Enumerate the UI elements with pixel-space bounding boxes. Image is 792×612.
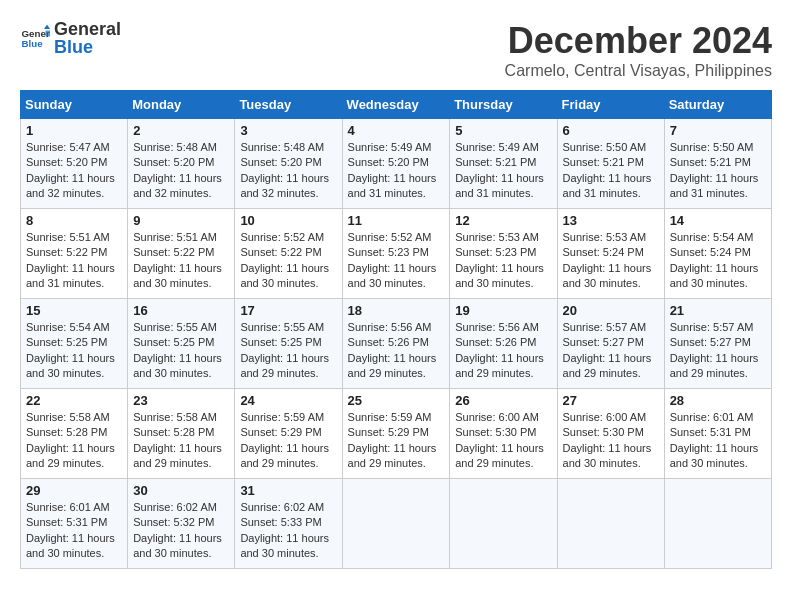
- day-cell: 8Sunrise: 5:51 AMSunset: 5:22 PMDaylight…: [21, 209, 128, 299]
- day-number: 7: [670, 123, 766, 138]
- day-info: Sunrise: 5:49 AMSunset: 5:20 PMDaylight:…: [348, 140, 445, 202]
- day-cell: 6Sunrise: 5:50 AMSunset: 5:21 PMDaylight…: [557, 119, 664, 209]
- day-cell: 30Sunrise: 6:02 AMSunset: 5:32 PMDayligh…: [128, 479, 235, 569]
- day-number: 29: [26, 483, 122, 498]
- day-info: Sunrise: 5:47 AMSunset: 5:20 PMDaylight:…: [26, 140, 122, 202]
- location-title: Carmelo, Central Visayas, Philippines: [505, 62, 772, 80]
- day-number: 15: [26, 303, 122, 318]
- day-number: 11: [348, 213, 445, 228]
- day-info: Sunrise: 5:56 AMSunset: 5:26 PMDaylight:…: [455, 320, 551, 382]
- svg-text:Blue: Blue: [22, 38, 44, 49]
- logo-general: General: [54, 20, 121, 38]
- logo: General Blue General Blue: [20, 20, 121, 56]
- column-header-sunday: Sunday: [21, 91, 128, 119]
- column-header-saturday: Saturday: [664, 91, 771, 119]
- column-header-friday: Friday: [557, 91, 664, 119]
- logo-blue: Blue: [54, 38, 121, 56]
- day-cell: 20Sunrise: 5:57 AMSunset: 5:27 PMDayligh…: [557, 299, 664, 389]
- column-header-monday: Monday: [128, 91, 235, 119]
- day-cell: 10Sunrise: 5:52 AMSunset: 5:22 PMDayligh…: [235, 209, 342, 299]
- day-cell: [450, 479, 557, 569]
- day-cell: 25Sunrise: 5:59 AMSunset: 5:29 PMDayligh…: [342, 389, 450, 479]
- column-header-tuesday: Tuesday: [235, 91, 342, 119]
- day-info: Sunrise: 5:52 AMSunset: 5:23 PMDaylight:…: [348, 230, 445, 292]
- calendar-header-row: SundayMondayTuesdayWednesdayThursdayFrid…: [21, 91, 772, 119]
- day-cell: 22Sunrise: 5:58 AMSunset: 5:28 PMDayligh…: [21, 389, 128, 479]
- day-number: 22: [26, 393, 122, 408]
- week-row-5: 29Sunrise: 6:01 AMSunset: 5:31 PMDayligh…: [21, 479, 772, 569]
- week-row-3: 15Sunrise: 5:54 AMSunset: 5:25 PMDayligh…: [21, 299, 772, 389]
- day-info: Sunrise: 5:55 AMSunset: 5:25 PMDaylight:…: [133, 320, 229, 382]
- column-header-wednesday: Wednesday: [342, 91, 450, 119]
- day-info: Sunrise: 5:49 AMSunset: 5:21 PMDaylight:…: [455, 140, 551, 202]
- day-number: 17: [240, 303, 336, 318]
- day-info: Sunrise: 5:55 AMSunset: 5:25 PMDaylight:…: [240, 320, 336, 382]
- day-number: 26: [455, 393, 551, 408]
- day-number: 12: [455, 213, 551, 228]
- calendar-body: 1Sunrise: 5:47 AMSunset: 5:20 PMDaylight…: [21, 119, 772, 569]
- day-number: 25: [348, 393, 445, 408]
- day-number: 20: [563, 303, 659, 318]
- day-cell: 19Sunrise: 5:56 AMSunset: 5:26 PMDayligh…: [450, 299, 557, 389]
- day-number: 3: [240, 123, 336, 138]
- day-info: Sunrise: 5:57 AMSunset: 5:27 PMDaylight:…: [670, 320, 766, 382]
- day-info: Sunrise: 5:57 AMSunset: 5:27 PMDaylight:…: [563, 320, 659, 382]
- day-cell: 31Sunrise: 6:02 AMSunset: 5:33 PMDayligh…: [235, 479, 342, 569]
- day-number: 24: [240, 393, 336, 408]
- day-info: Sunrise: 5:50 AMSunset: 5:21 PMDaylight:…: [670, 140, 766, 202]
- day-number: 16: [133, 303, 229, 318]
- header: General Blue General Blue December 2024 …: [20, 20, 772, 80]
- day-info: Sunrise: 6:00 AMSunset: 5:30 PMDaylight:…: [563, 410, 659, 472]
- day-number: 21: [670, 303, 766, 318]
- day-cell: 21Sunrise: 5:57 AMSunset: 5:27 PMDayligh…: [664, 299, 771, 389]
- day-info: Sunrise: 6:00 AMSunset: 5:30 PMDaylight:…: [455, 410, 551, 472]
- day-number: 27: [563, 393, 659, 408]
- day-number: 9: [133, 213, 229, 228]
- day-number: 10: [240, 213, 336, 228]
- day-info: Sunrise: 6:01 AMSunset: 5:31 PMDaylight:…: [26, 500, 122, 562]
- day-cell: 12Sunrise: 5:53 AMSunset: 5:23 PMDayligh…: [450, 209, 557, 299]
- logo-icon: General Blue: [20, 23, 50, 53]
- calendar-table: SundayMondayTuesdayWednesdayThursdayFrid…: [20, 90, 772, 569]
- day-info: Sunrise: 5:59 AMSunset: 5:29 PMDaylight:…: [240, 410, 336, 472]
- day-cell: [664, 479, 771, 569]
- day-cell: 14Sunrise: 5:54 AMSunset: 5:24 PMDayligh…: [664, 209, 771, 299]
- day-info: Sunrise: 5:54 AMSunset: 5:25 PMDaylight:…: [26, 320, 122, 382]
- day-info: Sunrise: 5:51 AMSunset: 5:22 PMDaylight:…: [133, 230, 229, 292]
- month-title: December 2024: [505, 20, 772, 62]
- day-cell: [342, 479, 450, 569]
- column-header-thursday: Thursday: [450, 91, 557, 119]
- day-cell: 27Sunrise: 6:00 AMSunset: 5:30 PMDayligh…: [557, 389, 664, 479]
- day-info: Sunrise: 5:48 AMSunset: 5:20 PMDaylight:…: [133, 140, 229, 202]
- day-number: 18: [348, 303, 445, 318]
- day-cell: 26Sunrise: 6:00 AMSunset: 5:30 PMDayligh…: [450, 389, 557, 479]
- day-cell: 28Sunrise: 6:01 AMSunset: 5:31 PMDayligh…: [664, 389, 771, 479]
- day-number: 4: [348, 123, 445, 138]
- day-cell: [557, 479, 664, 569]
- day-cell: 7Sunrise: 5:50 AMSunset: 5:21 PMDaylight…: [664, 119, 771, 209]
- day-cell: 18Sunrise: 5:56 AMSunset: 5:26 PMDayligh…: [342, 299, 450, 389]
- day-cell: 24Sunrise: 5:59 AMSunset: 5:29 PMDayligh…: [235, 389, 342, 479]
- week-row-4: 22Sunrise: 5:58 AMSunset: 5:28 PMDayligh…: [21, 389, 772, 479]
- day-info: Sunrise: 6:01 AMSunset: 5:31 PMDaylight:…: [670, 410, 766, 472]
- day-number: 19: [455, 303, 551, 318]
- day-info: Sunrise: 5:59 AMSunset: 5:29 PMDaylight:…: [348, 410, 445, 472]
- day-number: 5: [455, 123, 551, 138]
- day-cell: 11Sunrise: 5:52 AMSunset: 5:23 PMDayligh…: [342, 209, 450, 299]
- day-cell: 29Sunrise: 6:01 AMSunset: 5:31 PMDayligh…: [21, 479, 128, 569]
- day-info: Sunrise: 6:02 AMSunset: 5:33 PMDaylight:…: [240, 500, 336, 562]
- day-info: Sunrise: 5:48 AMSunset: 5:20 PMDaylight:…: [240, 140, 336, 202]
- day-info: Sunrise: 5:58 AMSunset: 5:28 PMDaylight:…: [133, 410, 229, 472]
- day-info: Sunrise: 5:53 AMSunset: 5:23 PMDaylight:…: [455, 230, 551, 292]
- day-info: Sunrise: 5:51 AMSunset: 5:22 PMDaylight:…: [26, 230, 122, 292]
- day-number: 1: [26, 123, 122, 138]
- week-row-1: 1Sunrise: 5:47 AMSunset: 5:20 PMDaylight…: [21, 119, 772, 209]
- week-row-2: 8Sunrise: 5:51 AMSunset: 5:22 PMDaylight…: [21, 209, 772, 299]
- day-cell: 23Sunrise: 5:58 AMSunset: 5:28 PMDayligh…: [128, 389, 235, 479]
- day-cell: 2Sunrise: 5:48 AMSunset: 5:20 PMDaylight…: [128, 119, 235, 209]
- day-info: Sunrise: 5:50 AMSunset: 5:21 PMDaylight:…: [563, 140, 659, 202]
- day-info: Sunrise: 5:53 AMSunset: 5:24 PMDaylight:…: [563, 230, 659, 292]
- title-area: December 2024 Carmelo, Central Visayas, …: [505, 20, 772, 80]
- day-cell: 5Sunrise: 5:49 AMSunset: 5:21 PMDaylight…: [450, 119, 557, 209]
- day-cell: 1Sunrise: 5:47 AMSunset: 5:20 PMDaylight…: [21, 119, 128, 209]
